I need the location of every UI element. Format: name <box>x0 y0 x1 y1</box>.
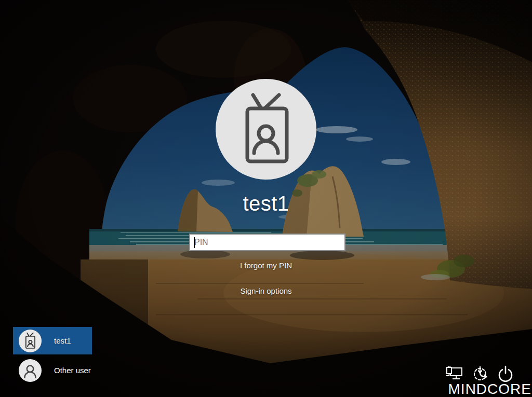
user-list-label: Other user <box>54 366 91 375</box>
signed-in-username: test1 <box>0 192 532 215</box>
user-list-label: test1 <box>54 336 71 345</box>
network-button[interactable] <box>446 364 463 383</box>
power-button[interactable] <box>497 364 514 383</box>
system-tray <box>446 364 514 383</box>
power-icon <box>497 365 514 382</box>
sign-in-options-link[interactable]: Sign-in options <box>0 286 532 295</box>
network-icon <box>446 366 463 381</box>
person-icon <box>19 359 42 382</box>
forgot-pin-link[interactable]: I forgot my PIN <box>0 261 532 270</box>
user-list-item-other-user[interactable]: Other user <box>13 357 92 384</box>
avatar <box>19 359 42 382</box>
pin-input[interactable] <box>189 234 345 251</box>
watermark-label: MINDCORE <box>448 382 531 396</box>
ease-of-access-icon <box>471 365 489 382</box>
text-caret <box>194 237 195 248</box>
user-avatar <box>216 79 316 180</box>
ease-of-access-button[interactable] <box>471 364 489 383</box>
user-list-item-test1[interactable]: test1 <box>13 327 92 354</box>
avatar <box>19 330 42 352</box>
badge-icon <box>19 330 42 352</box>
badge-icon <box>216 79 316 180</box>
